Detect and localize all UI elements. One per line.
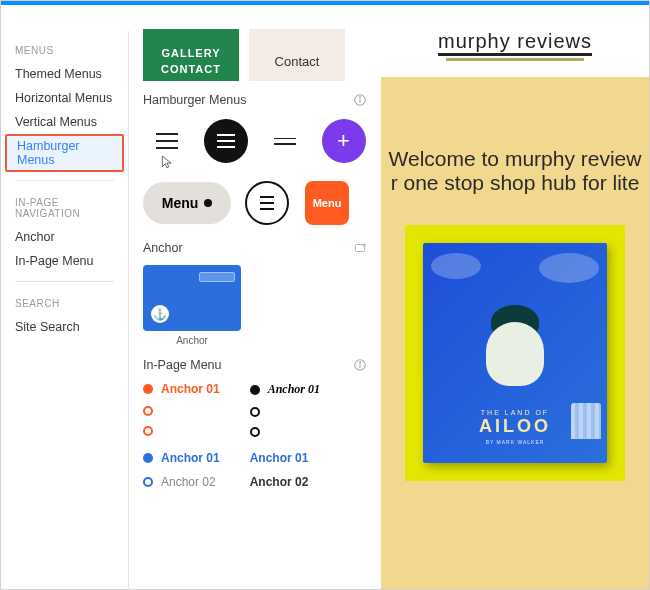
preview-header: murphy reviews [381, 5, 649, 77]
site-title: murphy reviews [438, 27, 592, 56]
anchor-label: Anchor 01 [161, 382, 220, 396]
sidebar-heading-menus: MENUS [1, 37, 128, 62]
sidebar-item-themed-menus[interactable]: Themed Menus [1, 62, 128, 86]
hamburger-preset-lines[interactable] [143, 117, 190, 165]
sidebar-divider [15, 180, 114, 181]
svg-point-6 [360, 97, 361, 98]
hamburger-icon [274, 138, 296, 145]
preset-label: Anchor [143, 335, 241, 346]
sidebar-item-vertical-menus[interactable]: Vertical Menus [1, 110, 128, 134]
dot-icon [250, 385, 260, 395]
sidebar-item-anchor[interactable]: Anchor [1, 225, 128, 249]
anchor-label: Anchor 01 [250, 451, 309, 465]
sidebar-item-in-page-menu[interactable]: In-Page Menu [1, 249, 128, 273]
hero-text: Welcome to murphy review r one stop shop… [381, 77, 649, 225]
dot-icon [250, 407, 260, 417]
dot-icon [143, 406, 153, 416]
plus-icon: + [322, 119, 366, 163]
slideshow-icon[interactable] [353, 241, 367, 255]
inpage-preset-black-dots[interactable]: Anchor 01 [250, 382, 320, 437]
info-icon[interactable] [353, 358, 367, 372]
hamburger-preset-orange-square[interactable]: Menu [303, 179, 351, 227]
site-preview: murphy reviews Welcome to murphy review … [381, 5, 649, 589]
menu-preset-label: CONTACT [161, 63, 221, 75]
dot-icon [204, 199, 212, 207]
section-title-anchor: Anchor [143, 241, 183, 255]
svg-point-11 [360, 362, 361, 363]
sidebar-item-site-search[interactable]: Site Search [1, 315, 128, 339]
menu-preset-green[interactable]: GALLERY CONTACT [143, 29, 239, 81]
hamburger-icon [204, 119, 248, 163]
hamburger-preset-thin-lines[interactable] [261, 117, 308, 165]
menu-preset-label: GALLERY [161, 47, 220, 59]
sidebar-item-horizontal-menus[interactable]: Horizontal Menus [1, 86, 128, 110]
anchor-preset[interactable]: ⚓ Anchor [143, 265, 367, 346]
book-showcase: THE LAND OF AILOO BY MARK WALKER [405, 225, 625, 481]
anchor-label: Anchor 02 [250, 475, 309, 489]
inpage-preset-orange-dots[interactable]: Anchor 01 [143, 382, 220, 437]
tab-icon [199, 272, 235, 282]
hamburger-preset-plus-circle[interactable]: + [320, 117, 367, 165]
hamburger-icon [245, 181, 289, 225]
menu-preset-contact[interactable]: Contact [249, 29, 345, 81]
dot-icon [143, 384, 153, 394]
sidebar-heading-search: SEARCH [1, 290, 128, 315]
sidebar: MENUS Themed Menus Horizontal Menus Vert… [1, 31, 129, 590]
info-icon[interactable] [353, 93, 367, 107]
sidebar-divider [15, 281, 114, 282]
cloud-icon [431, 253, 481, 279]
menu-label: Menu [162, 195, 199, 211]
hamburger-preset-pill[interactable]: Menu [143, 182, 231, 224]
menu-preset-label: Contact [275, 54, 320, 69]
dot-icon [250, 427, 260, 437]
hamburger-preset-outline-circle[interactable] [243, 179, 291, 227]
section-title-hamburger: Hamburger Menus [143, 93, 247, 107]
inpage-preset-bold-text[interactable]: Anchor 01 Anchor 02 [250, 451, 309, 489]
component-gallery: GALLERY CONTACT Contact Hamburger Menus [129, 21, 381, 590]
book-subtitle: THE LAND OF [423, 409, 607, 416]
anchor-label: Anchor 02 [161, 475, 216, 489]
book-cover: THE LAND OF AILOO BY MARK WALKER [423, 243, 607, 463]
cursor-icon [160, 155, 174, 173]
sidebar-heading-inpage: IN-PAGE NAVIGATION [1, 189, 128, 225]
dot-icon [143, 477, 153, 487]
inpage-preset-blue-dots[interactable]: Anchor 01 Anchor 02 [143, 451, 220, 489]
sidebar-item-hamburger-menus[interactable]: Hamburger Menus [5, 134, 124, 172]
section-title-inpage: In-Page Menu [143, 358, 222, 372]
menu-label: Menu [313, 197, 342, 209]
dot-icon [143, 426, 153, 436]
anchor-icon: ⚓ [151, 305, 169, 323]
anchor-label: Anchor 01 [268, 382, 320, 397]
book-title: AILOO [423, 416, 607, 437]
dot-icon [143, 453, 153, 463]
cloud-icon [539, 253, 599, 283]
hamburger-preset-black-circle[interactable] [202, 117, 249, 165]
illustration [486, 322, 544, 386]
anchor-label: Anchor 01 [161, 451, 220, 465]
book-author: BY MARK WALKER [423, 439, 607, 445]
